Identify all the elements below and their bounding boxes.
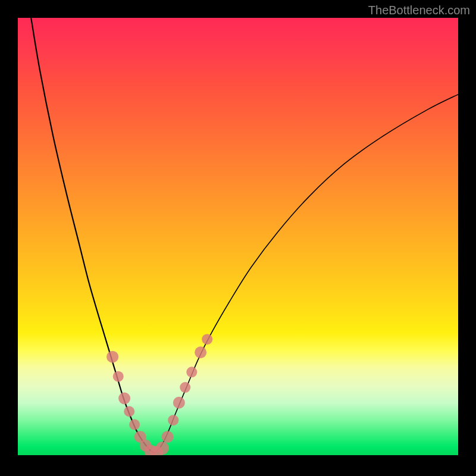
highlight-marker [180, 382, 190, 393]
highlight-marker [162, 431, 174, 443]
highlight-marker [113, 371, 124, 382]
highlight-marker [107, 351, 118, 363]
highlight-marker [186, 367, 197, 377]
marker-group [107, 334, 212, 455]
highlight-marker [134, 431, 146, 443]
highlight-marker [144, 444, 157, 455]
curve-left [31, 18, 154, 453]
highlight-marker [118, 392, 130, 404]
highlight-marker [150, 446, 163, 455]
highlight-marker [124, 406, 134, 417]
highlight-marker [168, 415, 178, 425]
highlight-marker [202, 334, 212, 345]
curve-right [154, 95, 458, 453]
highlight-marker [129, 419, 140, 430]
highlight-marker [140, 440, 152, 452]
highlight-marker [173, 397, 185, 409]
plot-area [18, 18, 458, 455]
highlight-marker [156, 441, 169, 455]
curve-svg [18, 18, 458, 455]
highlight-marker [195, 346, 206, 358]
chart-container: TheBottleneck.com [0, 0, 476, 476]
watermark-text: TheBottleneck.com [368, 4, 470, 17]
